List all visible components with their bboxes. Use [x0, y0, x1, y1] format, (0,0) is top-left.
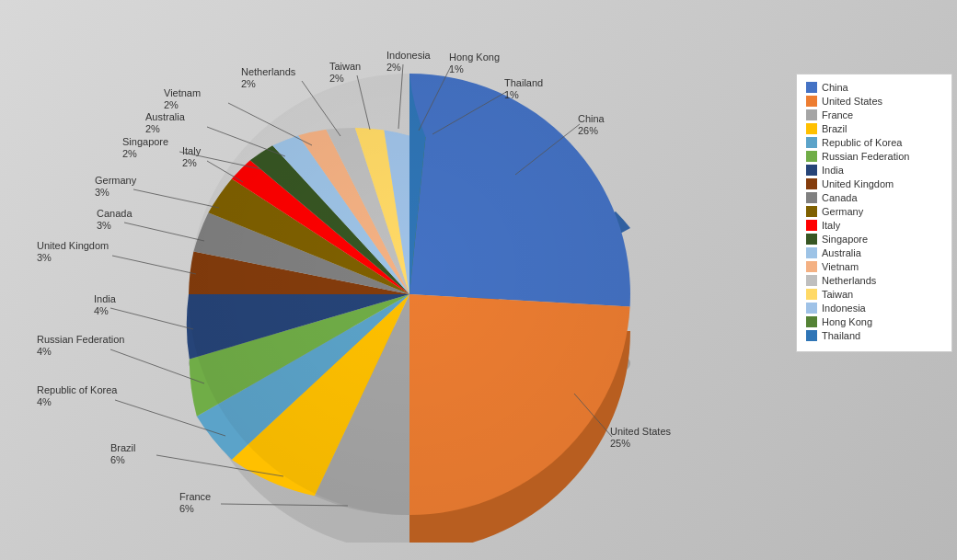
legend-label-taiwan: Taiwan — [822, 289, 853, 300]
legend-label-russia: Russian Federation — [822, 151, 909, 162]
label-singapore: Singapore — [122, 136, 168, 147]
label-vietnam: Vietnam — [164, 87, 201, 98]
legend-label-canada: Canada — [822, 192, 858, 203]
legend-color-vietnam — [806, 261, 817, 272]
label-korea-pct: 4% — [37, 396, 52, 407]
svg-line-9 — [133, 189, 219, 208]
label-taiwan: Taiwan — [329, 61, 361, 72]
label-italy-pct: 2% — [182, 157, 197, 168]
label-germany-pct: 3% — [95, 187, 110, 198]
legend-label-us: United States — [822, 96, 882, 107]
label-netherlands-pct: 2% — [241, 78, 256, 89]
label-us-pct: 25% — [610, 438, 630, 449]
label-uk-pct: 3% — [37, 252, 52, 263]
legend-label-korea: Republic of Korea — [822, 137, 902, 148]
label-thailand: Thailand — [504, 77, 543, 88]
legend-label-singapore: Singapore — [822, 234, 868, 245]
legend-item-thailand: Thailand — [806, 330, 942, 341]
legend-item-italy: Italy — [806, 220, 942, 231]
label-canada: Canada — [97, 208, 133, 219]
label-australia-pct: 2% — [145, 123, 160, 134]
legend-label-indonesia: Indonesia — [822, 303, 866, 314]
label-singapore-pct: 2% — [122, 148, 137, 159]
chart-container: China 26% United States 25% France 6% Br… — [0, 0, 957, 560]
svg-line-7 — [112, 256, 196, 274]
legend-color-canada — [806, 192, 817, 203]
label-france-pct: 6% — [179, 503, 194, 514]
legend-item-france: France — [806, 109, 942, 120]
legend-label-india: India — [822, 165, 844, 176]
legend-label-china: China — [822, 82, 848, 93]
label-hongkong: Hong Kong — [449, 51, 500, 63]
legend-color-russia — [806, 151, 817, 162]
legend-item-russia: Russian Federation — [806, 151, 942, 162]
pie-chart-svg: China 26% United States 25% France 6% Br… — [28, 18, 801, 543]
label-france: France — [179, 491, 211, 502]
label-thailand-pct: 1% — [504, 89, 519, 100]
label-netherlands: Netherlands — [241, 66, 296, 77]
legend-color-us — [806, 96, 817, 107]
legend-label-germany: Germany — [822, 206, 863, 217]
label-canada-pct: 3% — [97, 220, 111, 231]
label-brazil: Brazil — [110, 442, 136, 453]
svg-line-6 — [110, 308, 193, 329]
label-germany: Germany — [95, 175, 137, 186]
legend-label-brazil: Brazil — [822, 123, 847, 134]
label-vietnam-pct: 2% — [164, 99, 179, 110]
legend-label-australia: Australia — [822, 247, 861, 258]
legend-label-uk: United Kingdom — [822, 178, 894, 189]
legend: China United States France Brazil Republ… — [796, 74, 952, 352]
legend-item-hongkong: Hong Kong — [806, 316, 942, 327]
legend-color-brazil — [806, 123, 817, 134]
legend-item-china: China — [806, 82, 942, 93]
pie-overlay — [189, 74, 630, 515]
label-china: China — [578, 113, 605, 124]
legend-item-indonesia: Indonesia — [806, 303, 942, 314]
legend-color-italy — [806, 220, 817, 231]
legend-color-netherlands — [806, 275, 817, 286]
legend-color-thailand — [806, 330, 817, 341]
legend-item-india: India — [806, 165, 942, 176]
legend-color-hongkong — [806, 316, 817, 327]
pie-area: China 26% United States 25% France 6% Br… — [28, 18, 801, 543]
label-china-pct: 26% — [578, 125, 598, 136]
legend-item-australia: Australia — [806, 247, 942, 258]
label-hongkong-pct: 1% — [449, 63, 464, 74]
legend-item-korea: Republic of Korea — [806, 137, 942, 148]
legend-color-india — [806, 165, 817, 176]
label-korea: Republic of Korea — [37, 384, 118, 395]
legend-color-taiwan — [806, 289, 817, 300]
legend-color-uk — [806, 178, 817, 189]
legend-label-hongkong: Hong Kong — [822, 316, 872, 327]
legend-item-us: United States — [806, 96, 942, 107]
legend-item-canada: Canada — [806, 192, 942, 203]
legend-label-vietnam: Vietnam — [822, 261, 859, 272]
label-indonesia-pct: 2% — [386, 62, 401, 73]
label-russia: Russian Federation — [37, 334, 124, 345]
label-russia-pct: 4% — [37, 346, 52, 357]
legend-label-france: France — [822, 109, 853, 120]
legend-label-netherlands: Netherlands — [822, 275, 876, 286]
legend-item-germany: Germany — [806, 206, 942, 217]
label-india-pct: 4% — [94, 305, 109, 316]
legend-color-korea — [806, 137, 817, 148]
label-australia: Australia — [145, 111, 186, 122]
label-taiwan-pct: 2% — [329, 73, 344, 84]
legend-color-australia — [806, 247, 817, 258]
legend-item-vietnam: Vietnam — [806, 261, 942, 272]
legend-item-brazil: Brazil — [806, 123, 942, 134]
legend-item-singapore: Singapore — [806, 234, 942, 245]
label-indonesia: Indonesia — [386, 50, 432, 61]
legend-color-indonesia — [806, 303, 817, 314]
legend-color-germany — [806, 206, 817, 217]
label-brazil-pct: 6% — [110, 454, 125, 465]
label-uk: United Kingdom — [37, 240, 109, 251]
svg-line-8 — [124, 223, 204, 241]
legend-item-netherlands: Netherlands — [806, 275, 942, 286]
label-india: India — [94, 293, 117, 304]
legend-item-taiwan: Taiwan — [806, 289, 942, 300]
legend-color-singapore — [806, 234, 817, 245]
legend-color-china — [806, 82, 817, 93]
label-us: United States — [610, 426, 672, 437]
legend-label-thailand: Thailand — [822, 330, 860, 341]
